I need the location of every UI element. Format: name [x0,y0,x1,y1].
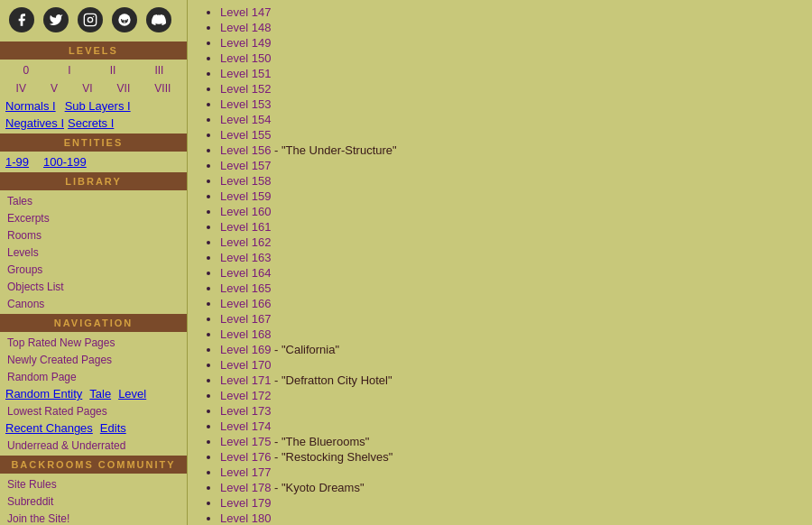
level-162-link[interactable]: Level 162 [220,235,271,249]
level-180-link[interactable]: Level 180 [220,511,271,525]
sidebar-item-top-rated[interactable]: Top Rated New Pages [0,334,187,351]
entities-row: 1-99 100-199 [0,153,187,170]
svg-point-1 [88,17,92,22]
level-165-link[interactable]: Level 165 [220,281,271,295]
list-item: Level 155 [220,128,798,142]
level-156-link[interactable]: Level 156 [220,143,271,157]
level-168-link[interactable]: Level 168 [220,327,271,341]
level-178-link[interactable]: Level 178 [220,481,271,494]
list-item: Level 148 [220,21,798,34]
level-vii-link[interactable]: VII [117,82,131,95]
level-0-link[interactable]: 0 [23,64,30,77]
sidebar: LEVELS 0 I II III IV V VI VII VIII Norma… [0,0,188,525]
level-175-desc: - "The Bluerooms" [271,435,369,448]
level-150-link[interactable]: Level 150 [220,51,271,65]
level-iv-link[interactable]: IV [16,82,26,95]
sidebar-item-rooms[interactable]: Rooms [0,226,187,244]
level-153-link[interactable]: Level 153 [220,97,271,111]
sidebar-item-subreddit[interactable]: Subreddit [0,493,187,510]
sidebar-item-join[interactable]: Join the Site! [0,510,187,525]
list-item: Level 179 [220,496,798,510]
random-entity-link[interactable]: Random Entity [5,387,82,401]
list-item: Level 160 [220,205,798,218]
level-148-link[interactable]: Level 148 [220,21,271,34]
twitter-icon[interactable] [43,7,69,32]
level-link[interactable]: Level [118,387,146,401]
list-item: Level 173 [220,404,798,418]
level-163-link[interactable]: Level 163 [220,251,271,264]
list-item: Level 176 - "Restocking Shelves" [220,450,798,464]
level-152-link[interactable]: Level 152 [220,82,271,96]
negatives-i-link[interactable]: Negatives I [5,116,64,130]
level-178-desc: - "Kyoto Dreams" [271,481,364,494]
level-169-link[interactable]: Level 169 [220,343,271,356]
level-176-link[interactable]: Level 176 [220,450,271,464]
entities-1-99-link[interactable]: 1-99 [5,155,29,169]
sidebar-item-objects-list[interactable]: Objects List [0,278,187,295]
level-vi-link[interactable]: VI [82,82,92,95]
entities-100-199-link[interactable]: 100-199 [43,155,87,169]
level-175-link[interactable]: Level 175 [220,435,271,448]
edits-link[interactable]: Edits [100,421,126,435]
instagram-icon[interactable] [78,7,103,32]
levels-header: LEVELS [0,41,187,60]
list-item: Level 178 - "Kyoto Dreams" [220,481,798,494]
level-177-link[interactable]: Level 177 [220,465,271,479]
sidebar-item-groups[interactable]: Groups [0,261,187,278]
sub-layers-i-link[interactable]: Sub Layers I [65,99,131,113]
level-174-link[interactable]: Level 174 [220,419,271,433]
list-item: Level 154 [220,113,798,126]
level-158-link[interactable]: Level 158 [220,174,271,188]
level-170-link[interactable]: Level 170 [220,358,271,372]
list-item: Level 174 [220,419,798,433]
level-viii-link[interactable]: VIII [154,82,171,95]
sidebar-item-lowest-rated[interactable]: Lowest Rated Pages [0,402,187,419]
sidebar-item-newly-created[interactable]: Newly Created Pages [0,351,187,368]
level-161-link[interactable]: Level 161 [220,220,271,234]
sidebar-item-excerpts[interactable]: Excerpts [0,209,187,226]
level-166-link[interactable]: Level 166 [220,297,271,310]
level-171-link[interactable]: Level 171 [220,373,271,387]
level-151-link[interactable]: Level 151 [220,67,271,80]
list-item: Level 159 [220,189,798,203]
list-item: Level 152 [220,82,798,96]
list-item: Level 150 [220,51,798,65]
level-i-link[interactable]: I [68,64,70,77]
level-173-link[interactable]: Level 173 [220,404,271,418]
normals-i-link[interactable]: Normals I [5,99,56,113]
secrets-i-link[interactable]: Secrets I [68,116,114,130]
level-159-link[interactable]: Level 159 [220,189,271,203]
level-167-link[interactable]: Level 167 [220,312,271,326]
level-164-link[interactable]: Level 164 [220,266,271,280]
reddit-icon[interactable] [112,7,137,32]
level-iii-link[interactable]: III [154,64,163,77]
facebook-icon[interactable] [9,7,34,32]
level-147-link[interactable]: Level 147 [220,5,271,19]
level-179-link[interactable]: Level 179 [220,496,271,510]
level-160-link[interactable]: Level 160 [220,205,271,218]
sidebar-item-site-rules[interactable]: Site Rules [0,475,187,493]
list-item: Level 165 [220,281,798,295]
level-155-link[interactable]: Level 155 [220,128,271,142]
list-item: Level 167 [220,312,798,326]
list-item: Level 149 [220,36,798,50]
sidebar-item-levels[interactable]: Levels [0,244,187,261]
sidebar-item-tales[interactable]: Tales [0,192,187,209]
normals-row: Normals I Sub Layers I [0,97,187,115]
sidebar-item-underread[interactable]: Underread & Underrated [0,437,187,454]
tale-link[interactable]: Tale [89,387,111,401]
level-172-link[interactable]: Level 172 [220,389,271,402]
level-ii-link[interactable]: II [110,64,116,77]
sidebar-item-random-page[interactable]: Random Page [0,368,187,385]
level-157-link[interactable]: Level 157 [220,159,271,172]
discord-icon[interactable] [146,7,171,32]
list-item: Level 164 [220,266,798,280]
levels-list: Level 147Level 148Level 149Level 150Leve… [202,5,798,525]
level-149-link[interactable]: Level 149 [220,36,271,50]
level-v-link[interactable]: V [51,82,58,95]
sidebar-item-canons[interactable]: Canons [0,295,187,312]
svg-point-2 [93,16,94,17]
recent-changes-link[interactable]: Recent Changes [5,421,93,435]
list-item: Level 147 [220,5,798,19]
level-154-link[interactable]: Level 154 [220,113,271,126]
